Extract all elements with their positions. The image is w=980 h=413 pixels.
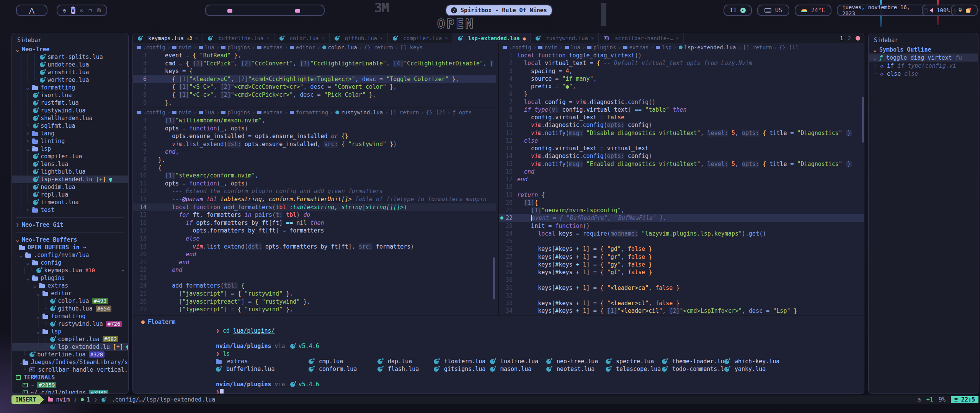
section-neo-tree-git[interactable]: ❯Neo-Tree Git <box>12 221 128 229</box>
section-neo-tree-buffers[interactable]: ⌄Neo-Tree Buffers <box>12 236 128 244</box>
code-line-6[interactable]: 6 } <box>499 90 864 98</box>
close-icon[interactable]: ✕ <box>676 36 679 41</box>
tab-lsp-extended-lua[interactable]: lsp-extended.lua● <box>453 33 531 43</box>
tree-item-shellharden-lua[interactable]: │ │ shellharden.lua <box>12 114 128 122</box>
code-line-20[interactable]: 20 end <box>133 250 496 259</box>
tree-item-rustywind-lua[interactable]: │ └ rustywind.lua#726 <box>12 320 128 328</box>
close-icon[interactable]: ✕ <box>591 36 594 41</box>
code-line-28[interactable]: 28 keys[#keys + 1] = { "gy", false } <box>499 261 864 268</box>
code-line-13[interactable]: 13 config.virtual_text = virtual_text <box>499 145 864 152</box>
tab-github-lua[interactable]: github.lua✕ <box>330 33 388 43</box>
tree-item-editor[interactable]: ⌄editor <box>12 289 128 297</box>
code-line-34[interactable]: 34 keys[#keys + 1] = { [1]"<leader>cil",… <box>499 307 864 315</box>
workspace-dot-1[interactable] <box>227 9 232 13</box>
code-line-25[interactable]: 25 ["javascript"] = { "rustywind" }, <box>133 290 496 298</box>
code-line-3[interactable]: 3 [1]"williamboman/mason.nvim", <box>133 117 496 125</box>
tree-item-scrollbar-handle-vertical-p[interactable]: └ scrollbar-handle-vertical.p <box>12 366 128 374</box>
tree-item-config[interactable]: ⌄config <box>12 259 128 267</box>
tree-item-sqlfmt-lua[interactable]: │ └ sqlfmt.lua <box>12 122 128 130</box>
code-line-26[interactable]: 26 ["javascriptreact"] = { "rustywind" }… <box>133 298 496 306</box>
code-line-26[interactable]: 26 keys[#keys + 1] = { "gd", false } <box>499 245 864 253</box>
code-line-32[interactable]: 32 <box>499 292 864 299</box>
tree-item-rustfmt-lua[interactable]: │ │ rustfmt.lua <box>12 99 128 107</box>
code-line-7[interactable]: 7 local config = vim.diagnostic.config() <box>499 98 864 106</box>
spotify-widget[interactable]: ♪ Spiritbox - Rule Of Nines <box>446 5 552 16</box>
firefox-icon[interactable]: ◓ <box>62 7 67 14</box>
section-neo-tree[interactable]: ⌄Neo-Tree <box>12 46 128 53</box>
tree-item-bufferline-lua[interactable]: └ bufferline.lua#328 <box>12 351 128 358</box>
code-line-11[interactable]: 11 vim.notify(msg: "Disable diagnostics … <box>499 129 864 137</box>
keyboard-layout-widget[interactable]: US <box>757 5 789 16</box>
code-line-8[interactable]: 8 if type(v: config.virtual_text) == "ta… <box>499 106 864 114</box>
tree-item-smart-splits-lua[interactable]: │ │ │ smart-splits.lua <box>12 53 128 61</box>
tab-scrollbar-handle-[interactable]: scrollbar-handle-…✕ <box>599 33 684 43</box>
code-line-8[interactable]: 8 }, <box>133 156 496 164</box>
code-line-24[interactable]: 24 local keys = require(modname: "lazyvi… <box>499 230 864 237</box>
code-line-7[interactable]: 7 { [1]"<S-C>", [2]"<cmd>CccConvert<cr>"… <box>133 83 496 91</box>
code-line-16[interactable]: 16 end <box>499 168 864 176</box>
game-icon[interactable]: ∞ <box>79 7 84 14</box>
code-line-13[interactable]: 13 ---@param tbl table<string, conform.F… <box>133 195 496 203</box>
outline-item-toggle_diag_virtext[interactable]: ⌄ƒtoggle_diag_virtext fu <box>869 54 978 62</box>
tree-item-lang[interactable]: │ ›lang <box>12 130 128 137</box>
close-icon[interactable]: ✕ <box>445 36 448 41</box>
vim-icon[interactable]: V <box>71 7 76 14</box>
tree-item--config-nvim-lua[interactable]: ⌄.config/nvim/lua <box>12 251 128 259</box>
code-line-24[interactable]: 24 add_formatters(tbl: { <box>133 282 496 290</box>
code-line-9[interactable]: 9 config.virtual_text = false <box>499 114 864 121</box>
code-line-3[interactable]: 3 spacing = 4, <box>499 67 864 75</box>
code-line-20[interactable]: 20 [1]{ <box>499 199 864 206</box>
tree-item-undotree-lua[interactable]: │ │ │ undotree.lua <box>12 61 128 68</box>
code-line-23[interactable]: 23 <box>133 274 496 282</box>
code-line-16[interactable]: 16 if opts.formatters_by_ft[ft] == nil t… <box>133 219 496 227</box>
floaterm-panel[interactable]: Floaterm ❯ cd lua/plugins/nvim/lua/plugi… <box>133 315 864 394</box>
code-line-19[interactable]: 19return { <box>499 191 864 199</box>
tree-item-linting[interactable]: │ ›linting <box>12 137 128 145</box>
tree-item-neodim-lua[interactable]: │ │ neodim.lua <box>12 183 128 191</box>
tree-item-rustywind-lua[interactable]: │ │ rustywind.lua <box>12 107 128 114</box>
editor-pane-color-lua[interactable]: .config›nvim›lua›plugins›extras›editor›c… <box>133 43 496 107</box>
notifications-widget[interactable]: 9 <box>951 5 978 16</box>
tree-item-winshift-lua[interactable]: │ │ │ winshift.lua <box>12 68 128 76</box>
code-line-2[interactable]: 2 local virtual_text = { -- Default virt… <box>499 59 864 67</box>
tree-item-extras[interactable]: ⌄extras <box>12 282 128 289</box>
code-line-7[interactable]: 7 end, <box>133 148 496 156</box>
code-line-4[interactable]: 4 opts = function(_, opts) <box>133 125 496 133</box>
editor-pane-lsp-extended-lua[interactable]: .config›nvim›lua›plugins›extras›lsp›lsp-… <box>498 43 864 315</box>
tree-item-lsp-extended-lu[interactable]: │ └ lsp-extended.lu[+] <box>12 343 128 351</box>
tree-item-timeout-lua[interactable]: │ └ timeout.lua <box>12 198 128 206</box>
code-line-3[interactable]: 3 event = { "BufRead" }, <box>133 52 496 60</box>
tab-color-lua[interactable]: color.lua✕ <box>274 33 330 43</box>
code-line-10[interactable]: 10 [1]"stevearc/conform.nvim", <box>133 172 496 180</box>
code-line-5[interactable]: 5 prefix = "●", <box>499 83 864 90</box>
code-line-22[interactable]: 22 event = { "BufReadPre", "BufNewFile" … <box>499 214 864 222</box>
code-line-4[interactable]: 4 source = "if_many", <box>499 75 864 83</box>
code-line-30[interactable]: 30 <box>499 276 864 284</box>
code-line-9[interactable]: 9 }, <box>133 99 496 107</box>
workspace-dot-2[interactable] <box>295 9 300 13</box>
outline-item-if[interactable]: ├ ◇if if type(config.vi <box>869 62 978 70</box>
clock-widget[interactable]: jueves, noviembre 16, 2023 <box>837 5 933 16</box>
windows-icon[interactable]: ❐ <box>88 7 93 14</box>
updates-widget[interactable]: 11 <box>724 5 752 16</box>
code-line-6[interactable]: 6 vim.list_extend(dst: opts.ensure_insta… <box>133 140 496 148</box>
tree-item-repl-lua[interactable]: │ │ repl.lua <box>12 191 128 198</box>
tree-item-formatting[interactable]: │ ⌄formatting <box>12 84 128 91</box>
tree-item-compiler-lua[interactable]: │ │ compiler.lua#682 <box>12 335 128 343</box>
tree-item--c-n-l-plugins[interactable]: ~/.c/n/l/plugins#3980 <box>12 389 128 394</box>
tree-item-plugins[interactable]: ⌄plugins <box>12 274 128 282</box>
code-line-18[interactable]: 18 else <box>133 235 496 243</box>
code-line-21[interactable]: 21 end <box>133 259 496 267</box>
tree-item-lightbulb-lua[interactable]: │ │ lightbulb.lua <box>12 168 128 176</box>
tree-item-lsp[interactable]: │ ⌄lsp <box>12 145 128 153</box>
code-line-4[interactable]: 4 cmd = { [1]"CccPick", [2]"CccConvert",… <box>133 60 496 68</box>
code-line-19[interactable]: 19 vim.list_extend(dst: opts.formatters_… <box>133 243 496 251</box>
tree-item-lsp-extended-lu[interactable]: │ │ lsp-extended.lu[+] <box>12 176 128 183</box>
code-line-22[interactable]: 22 end <box>133 266 496 274</box>
tab-keymaps-lua[interactable]: keymaps.lua⚠3✕ <box>133 33 203 43</box>
tree-item-compiler-lua[interactable]: │ │ compiler.lua <box>12 153 128 160</box>
close-icon[interactable]: ✕ <box>195 36 198 41</box>
code-line-25[interactable]: 25 <box>499 237 864 245</box>
tree-item-keymaps-lua[interactable]: │ └ keymaps.lua#10⚠ <box>12 267 128 274</box>
code-line-27[interactable]: 27 ["typescript"] = { "rustywind" }, <box>133 306 496 314</box>
